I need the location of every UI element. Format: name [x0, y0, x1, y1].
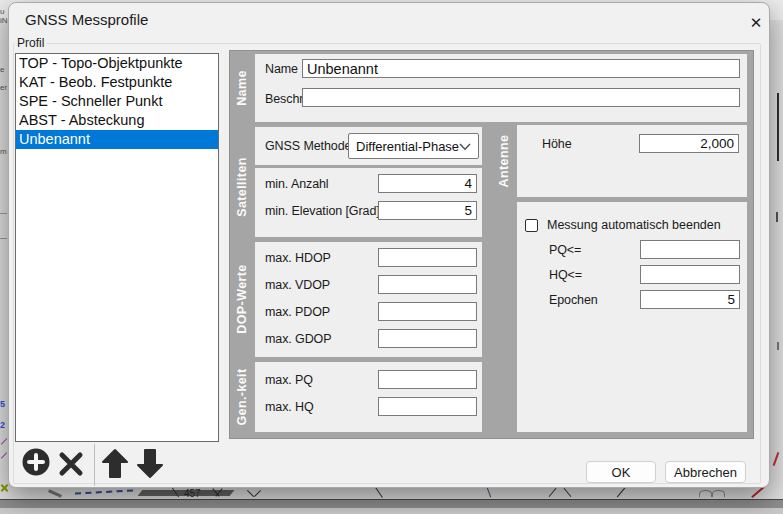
beschr-input[interactable]: [302, 88, 740, 107]
antenne-box: Höhe: [517, 125, 747, 197]
hoehe-label: Höhe: [542, 137, 571, 151]
profile-listbox[interactable]: TOP - Topo-Objektpunkte KAT - Beob. Fest…: [15, 53, 219, 442]
max-vdop-label: max. VDOP: [265, 278, 330, 292]
background-window-frame: [0, 499, 783, 508]
auto-beenden-label: Messung automatisch beenden: [547, 218, 721, 232]
section-label-genauigkeit: Gen.-keit: [232, 337, 252, 457]
max-vdop-input[interactable]: [378, 275, 477, 294]
bg-map-number: 2: [0, 421, 5, 429]
circle-plus-icon: [21, 465, 51, 480]
gnss-methode-label: GNSS Methode: [265, 139, 351, 153]
move-down-button[interactable]: [136, 448, 164, 479]
map-line-red: [773, 452, 780, 466]
min-elevation-label: min. Elevation [Grad]: [265, 204, 380, 218]
arrow-up-icon: [101, 467, 129, 482]
map-parcel-label: 457: [184, 489, 201, 499]
map-line: [564, 488, 572, 497]
cross-icon: [58, 465, 84, 480]
bg-text-fragment: m: [0, 148, 7, 156]
map-line: [0, 238, 7, 239]
map-line: [487, 488, 491, 498]
min-elevation-input[interactable]: [378, 201, 477, 220]
cancel-button[interactable]: Abbrechen: [665, 461, 746, 483]
map-dashed-line: [75, 489, 133, 494]
bg-map-number: 5: [0, 400, 5, 408]
map-arc: [712, 490, 725, 497]
map-line: [1, 452, 7, 458]
screen: u iN e er m 5 2 457 GNSS Messprofile ✕ P…: [0, 0, 783, 514]
max-pq-label: max. PQ: [265, 373, 313, 387]
background-taskbar-strip: [0, 508, 783, 514]
dop-werte-box: max. HDOP max. VDOP max. PDOP max. GDOP: [255, 242, 482, 357]
gnss-methode-box: GNSS Methode Differential-Phase: [255, 127, 482, 165]
map-line: [1, 438, 7, 444]
section-label-satelliten: Satelliten: [232, 127, 252, 247]
auto-beenden-box: Messung automatisch beenden PQ<= HQ<= Ep…: [517, 202, 747, 432]
map-line: [776, 212, 778, 222]
max-hdop-input[interactable]: [378, 248, 477, 267]
name-field-label: Name: [265, 62, 298, 76]
map-line: [549, 488, 557, 497]
hq-limit-input[interactable]: [640, 265, 740, 284]
max-pdop-input[interactable]: [378, 302, 477, 321]
gnss-messprofile-dialog: GNSS Messprofile ✕ Profil TOP - Topo-Obj…: [8, 2, 770, 488]
epochen-input[interactable]: [640, 290, 740, 309]
chevron-down-icon: [459, 137, 471, 155]
map-line: [375, 487, 383, 497]
profil-groupbox-label: Profil: [15, 36, 46, 50]
hq-limit-label: HQ<=: [549, 268, 582, 282]
pq-limit-input[interactable]: [640, 240, 740, 259]
name-section-box: Name Beschr.: [255, 54, 747, 122]
dialog-title: GNSS Messprofile: [25, 11, 148, 28]
bg-text-fragment: er: [0, 84, 7, 92]
max-hq-input[interactable]: [378, 397, 477, 416]
bg-text-fragment: e: [0, 66, 4, 74]
list-item[interactable]: TOP - Topo-Objektpunkte: [16, 54, 218, 73]
pq-limit-label: PQ<=: [549, 243, 581, 257]
hoehe-input[interactable]: [639, 134, 739, 153]
epochen-label: Epochen: [549, 293, 598, 307]
satelliten-box: min. Anzahl min. Elevation [Grad]: [255, 168, 482, 237]
max-gdop-label: max. GDOP: [265, 332, 331, 346]
arrow-down-icon: [136, 467, 164, 482]
genauigkeit-box: max. PQ max. HQ: [255, 362, 482, 432]
max-hq-label: max. HQ: [265, 400, 314, 414]
ok-button[interactable]: OK: [586, 461, 656, 483]
move-up-button[interactable]: [101, 448, 129, 479]
list-item[interactable]: SPE - Schneller Punkt: [16, 92, 218, 111]
list-item[interactable]: KAT - Beob. Festpunkte: [16, 73, 218, 92]
map-line: [0, 213, 7, 214]
min-anzahl-input[interactable]: [378, 174, 477, 193]
map-line: [254, 490, 261, 497]
bg-text-fragment: iN: [0, 17, 8, 25]
min-anzahl-label: min. Anzahl: [265, 177, 329, 191]
max-hdop-label: max. HDOP: [265, 251, 331, 265]
map-line: [777, 342, 779, 350]
close-icon[interactable]: ✕: [740, 9, 772, 37]
list-item-selected[interactable]: Unbenannt: [16, 130, 218, 149]
max-pq-input[interactable]: [378, 370, 477, 389]
list-item[interactable]: ABST - Absteckung: [16, 111, 218, 130]
add-profile-button[interactable]: [21, 447, 51, 477]
auto-beenden-checkbox[interactable]: [525, 219, 538, 232]
gnss-methode-dropdown[interactable]: Differential-Phase: [348, 133, 479, 159]
max-gdop-input[interactable]: [378, 329, 477, 348]
bg-text-fragment: u: [0, 8, 4, 16]
max-pdop-label: max. PDOP: [265, 305, 330, 319]
map-arc: [699, 490, 712, 497]
delete-profile-button[interactable]: [58, 451, 84, 477]
map-line: [617, 488, 625, 498]
toolbar-separator: [94, 444, 95, 486]
map-line: [777, 93, 779, 161]
name-input[interactable]: [302, 59, 740, 78]
beschr-field-label: Beschr.: [265, 92, 306, 106]
map-symbol: [48, 489, 62, 498]
gnss-methode-value: Differential-Phase: [356, 139, 459, 154]
settings-panel: Name Satelliten DOP-Werte Gen.-keit Ante…: [229, 50, 754, 439]
